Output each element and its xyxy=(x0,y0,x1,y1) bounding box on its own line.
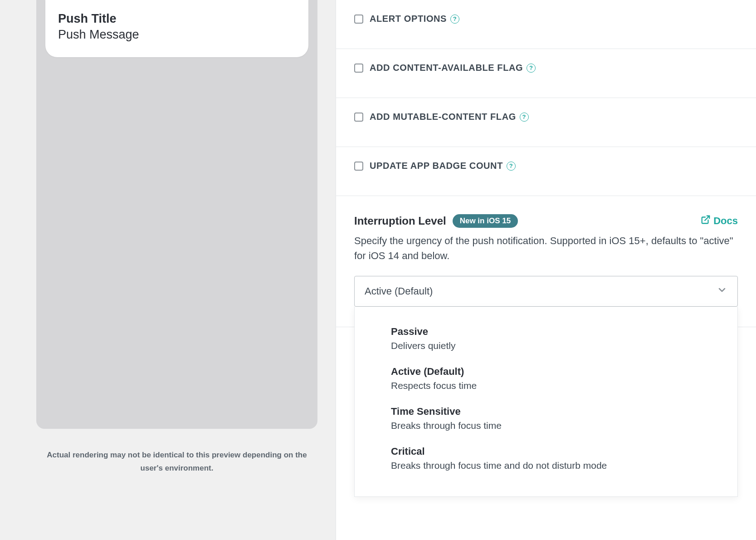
docs-label: Docs xyxy=(713,215,738,227)
external-link-icon xyxy=(701,215,711,227)
option-title: Time Sensitive xyxy=(391,406,715,417)
chevron-down-icon xyxy=(717,285,727,298)
option-title: Passive xyxy=(391,326,715,338)
push-notification-card: Push Title Push Message xyxy=(45,0,308,57)
interruption-header: Interruption Level New in iOS 15 Docs xyxy=(354,214,738,228)
interruption-option-passive[interactable]: Passive Delivers quietly xyxy=(391,319,715,358)
interruption-selected-value: Active (Default) xyxy=(365,285,433,297)
interruption-dropdown: Passive Delivers quietly Active (Default… xyxy=(354,307,738,497)
interruption-description: Specify the urgency of the push notifica… xyxy=(354,233,738,263)
interruption-option-critical[interactable]: Critical Breaks through focus time and d… xyxy=(391,438,715,478)
docs-link[interactable]: Docs xyxy=(701,215,738,227)
option-desc: Breaks through focus time and do not dis… xyxy=(391,460,715,471)
help-icon[interactable]: ? xyxy=(520,113,529,122)
help-icon[interactable]: ? xyxy=(527,64,536,73)
phone-preview: Push Title Push Message xyxy=(36,0,317,429)
option-desc: Delivers quietly xyxy=(391,340,715,351)
preview-column: Push Title Push Message Actual rendering… xyxy=(0,0,336,540)
option-alert-options: Alert Options ? xyxy=(336,0,756,49)
mutable-content-label: Add Mutable-Content Flag ? xyxy=(370,112,529,122)
badge-count-checkbox[interactable] xyxy=(354,162,363,171)
content-available-label: Add Content-Available Flag ? xyxy=(370,63,536,73)
alert-options-text: Alert Options xyxy=(370,14,447,24)
option-desc: Breaks through focus time xyxy=(391,420,715,431)
content-available-checkbox[interactable] xyxy=(354,64,363,73)
push-message: Push Message xyxy=(58,28,296,42)
alert-options-checkbox[interactable] xyxy=(354,15,363,24)
interruption-option-active[interactable]: Active (Default) Respects focus time xyxy=(391,358,715,398)
settings-column: Alert Options ? Add Content-Available Fl… xyxy=(336,0,756,540)
alert-options-label: Alert Options ? xyxy=(370,14,459,24)
interruption-option-time-sensitive[interactable]: Time Sensitive Breaks through focus time xyxy=(391,398,715,438)
option-title: Critical xyxy=(391,446,715,457)
option-title: Active (Default) xyxy=(391,366,715,378)
option-desc: Respects focus time xyxy=(391,380,715,391)
interruption-level-select[interactable]: Active (Default) xyxy=(354,276,738,307)
option-mutable-content: Add Mutable-Content Flag ? xyxy=(336,98,756,147)
interruption-title: Interruption Level xyxy=(354,215,446,227)
help-icon[interactable]: ? xyxy=(507,162,516,171)
option-badge-count: Update App Badge Count ? xyxy=(336,147,756,196)
preview-footnote: Actual rendering may not be identical to… xyxy=(36,449,317,475)
push-title: Push Title xyxy=(58,12,296,26)
mutable-content-checkbox[interactable] xyxy=(354,113,363,122)
badge-count-text: Update App Badge Count xyxy=(370,161,503,171)
svg-line-0 xyxy=(705,216,709,221)
new-ios15-badge: New in iOS 15 xyxy=(453,214,518,228)
interruption-level-section: Interruption Level New in iOS 15 Docs Sp… xyxy=(336,196,756,327)
help-icon[interactable]: ? xyxy=(450,15,459,24)
option-content-available: Add Content-Available Flag ? xyxy=(336,49,756,98)
badge-count-label: Update App Badge Count ? xyxy=(370,161,516,171)
mutable-content-text: Add Mutable-Content Flag xyxy=(370,112,516,122)
content-available-text: Add Content-Available Flag xyxy=(370,63,523,73)
